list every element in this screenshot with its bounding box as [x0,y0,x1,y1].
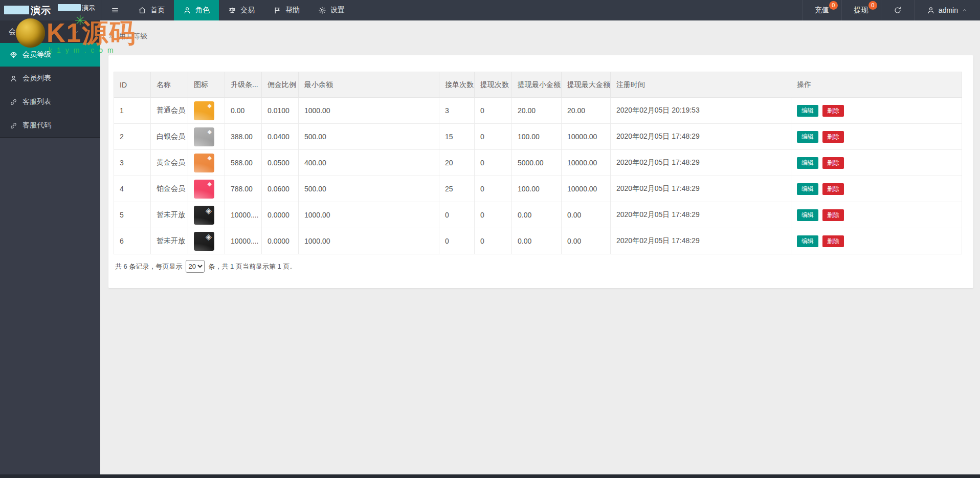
edit-button[interactable]: 编辑 [797,209,818,221]
cell-id: 5 [114,202,151,228]
cell-orders: 0 [439,202,475,228]
cell-withdraw-max: 10000.00 [562,124,611,150]
sidebar-item-service-list[interactable]: 客服列表 [0,90,100,114]
cell-commission: 0.0500 [262,150,299,176]
cell-reg-time: 2020年02月05日 20:19:53 [611,98,791,124]
home-icon [138,6,146,14]
cell-commission: 0.0600 [262,176,299,202]
recharge-button[interactable]: 充值 0 [802,0,841,20]
sidebar-item-label: 客服代码 [23,121,51,130]
cell-withdraw-max: 10000.00 [562,150,611,176]
cell-icon [188,202,225,228]
table-row: 6暂未开放10000....0.00001000.00000.000.00202… [114,228,962,254]
sidebar-item-member-list[interactable]: 会员列表 [0,67,100,90]
user-icon [183,6,191,14]
cell-withdraw-max: 0.00 [562,228,611,254]
tab-label: 帮助 [285,6,300,15]
cell-icon [188,98,225,124]
cell-withdraw-min: 0.00 [512,228,562,254]
edit-button[interactable]: 编辑 [797,131,818,143]
cell-actions: 编辑删除 [791,202,962,228]
cell-reg-time: 2020年02月05日 17:48:29 [611,124,791,150]
link-icon [10,122,17,129]
sidebar-item-service-code[interactable]: 客服代码 [0,114,100,137]
delete-button[interactable]: 删除 [822,157,844,169]
sidebar-item-member-level[interactable]: 会员等级 [0,43,100,67]
cell-upgrade: 10000.... [225,202,262,228]
logo[interactable]: 演示 演示 [0,0,101,20]
chevron-down-icon [74,29,80,35]
tab-roles[interactable]: 角色 [174,0,219,20]
tab-label: 首页 [150,6,165,15]
cell-orders: 20 [439,150,475,176]
page-size-select[interactable]: 20 [186,260,205,273]
recharge-badge: 0 [829,1,838,10]
cell-reg-time: 2020年02月05日 17:48:29 [611,176,791,202]
tab-trade[interactable]: 交易 [219,0,264,20]
cell-withdraw-min: 100.00 [512,124,562,150]
col-header: 升级条... [225,72,262,98]
cell-withdraw-min: 0.00 [512,202,562,228]
delete-button[interactable]: 删除 [822,235,844,247]
cell-icon [188,150,225,176]
tab-settings[interactable]: 设置 [309,0,354,20]
bottom-strip [0,474,980,478]
scales-icon [228,6,236,14]
edit-button[interactable]: 编辑 [797,183,818,195]
black-card-icon [194,206,214,225]
col-header: 提现最大金额 [562,72,611,98]
delete-button[interactable]: 删除 [822,131,844,143]
cell-min-balance: 400.00 [299,150,439,176]
cell-withdraw-max: 0.00 [562,202,611,228]
delete-button[interactable]: 删除 [822,209,844,221]
sidebar-item-label: 会员等级 [23,50,51,59]
silver-card-icon [194,127,214,146]
cell-withdraw-count: 0 [475,176,512,202]
delete-button[interactable]: 删除 [822,105,844,117]
table-row: 1普通会员0.000.01001000.003020.0020.002020年0… [114,98,962,124]
cell-upgrade: 10000.... [225,228,262,254]
edit-button[interactable]: 编辑 [797,157,818,169]
black-card-icon [194,232,214,251]
sidebar-item-label: 会员列表 [23,74,51,83]
table-row: 4铂金会员788.000.0600500.00250100.0010000.00… [114,176,962,202]
user-menu[interactable]: admin [914,0,980,20]
cell-orders: 25 [439,176,475,202]
tab-help[interactable]: 帮助 [264,0,309,20]
cell-id: 4 [114,176,151,202]
tab-home[interactable]: 首页 [129,0,174,20]
delete-button[interactable]: 删除 [822,183,844,195]
cell-reg-time: 2020年02月05日 17:48:29 [611,202,791,228]
col-header: 提现最小金额 [512,72,562,98]
cell-icon [188,228,225,254]
col-header: 注册时间 [611,72,791,98]
col-header: 接单次数 [439,72,475,98]
pagination: 共 6 条记录，每页显示 20 条，共 1 页当前显示第 1 页。 [115,260,296,273]
refresh-button[interactable] [881,0,914,20]
cell-orders: 3 [439,98,475,124]
cell-reg-time: 2020年02月05日 17:48:29 [611,228,791,254]
cell-id: 2 [114,124,151,150]
sidebar-collapse-button[interactable] [101,0,129,20]
main-nav: 首页角色交易帮助设置 [129,0,354,20]
cell-min-balance: 1000.00 [299,228,439,254]
edit-button[interactable]: 编辑 [797,105,818,117]
orange-card-icon [194,154,214,172]
logo-image [4,6,29,14]
col-header: 最小余额 [299,72,439,98]
cell-name: 铂金会员 [151,176,188,202]
cell-withdraw-count: 0 [475,150,512,176]
edit-button[interactable]: 编辑 [797,235,818,247]
sidebar-group-member-management[interactable]: 会员管理 [0,20,100,43]
cell-actions: 编辑删除 [791,98,962,124]
user-icon [10,75,17,82]
withdraw-button[interactable]: 提现 0 [841,0,881,20]
content-card: ID名称图标升级条...佣金比例最小余额接单次数提现次数提现最小金额提现最大金额… [108,55,973,288]
breadcrumb-separator: » [109,31,113,40]
link-icon [10,98,17,106]
pagination-suffix: 条，共 1 页当前显示第 1 页。 [208,262,296,271]
cell-icon [188,124,225,150]
recharge-label: 充值 [815,6,829,15]
gear-icon [318,6,326,14]
user-icon [927,6,935,14]
